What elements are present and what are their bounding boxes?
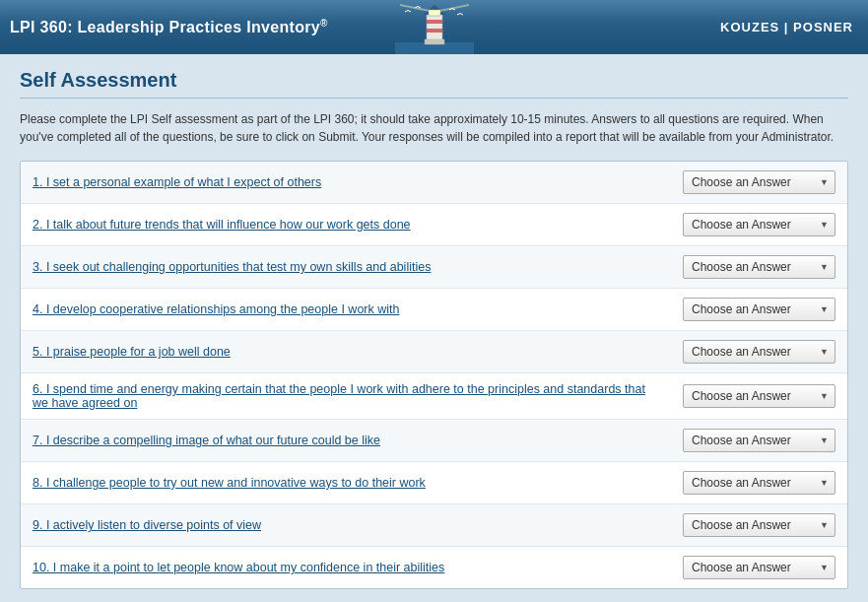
table-row: 4. I develop cooperative relationships a… <box>21 289 847 331</box>
answer-select-wrapper: Choose an Answer1 - Almost Never2 - Rare… <box>683 513 835 537</box>
page-title: Self Assessment <box>20 69 848 99</box>
table-row: 6. I spend time and energy making certai… <box>21 373 847 420</box>
question-text: 5. I praise people for a job well done <box>33 345 683 359</box>
answer-select-wrapper: Choose an Answer1 - Almost Never2 - Rare… <box>683 170 835 194</box>
answer-select[interactable]: Choose an Answer1 - Almost Never2 - Rare… <box>683 298 835 321</box>
answer-select[interactable]: Choose an Answer1 - Almost Never2 - Rare… <box>683 471 835 495</box>
question-text: 2. I talk about future trends that will … <box>33 218 683 232</box>
svg-rect-8 <box>425 39 444 44</box>
answer-select[interactable]: Choose an Answer1 - Almost Never2 - Rare… <box>683 429 835 452</box>
app-header: LPI 360: Leadership Practices Inventory® <box>0 0 868 54</box>
table-row: 3. I seek out challenging opportunities … <box>21 246 847 289</box>
answer-select[interactable]: Choose an Answer1 - Almost Never2 - Rare… <box>683 213 835 236</box>
table-row: 2. I talk about future trends that will … <box>21 204 847 246</box>
answer-select-wrapper: Choose an Answer1 - Almost Never2 - Rare… <box>683 340 835 364</box>
main-content: Self Assessment Please complete the LPI … <box>0 54 868 602</box>
question-text: 1. I set a personal example of what I ex… <box>33 175 683 189</box>
answer-select[interactable]: Choose an Answer1 - Almost Never2 - Rare… <box>683 384 835 408</box>
svg-rect-2 <box>427 29 442 33</box>
brand-name: KOUZES | POSNER <box>720 20 853 34</box>
question-text: 7. I describe a compelling image of what… <box>33 434 683 447</box>
table-row: 8. I challenge people to try out new and… <box>21 462 847 504</box>
answer-select-wrapper: Choose an Answer1 - Almost Never2 - Rare… <box>683 298 835 321</box>
answer-select[interactable]: Choose an Answer1 - Almost Never2 - Rare… <box>683 556 835 579</box>
answer-select-wrapper: Choose an Answer1 - Almost Never2 - Rare… <box>683 213 835 236</box>
app-title: LPI 360: Leadership Practices Inventory® <box>10 18 328 36</box>
table-row: 10. I make it a point to let people know… <box>21 547 847 588</box>
answer-select-wrapper: Choose an Answer1 - Almost Never2 - Rare… <box>683 255 835 279</box>
answer-select-wrapper: Choose an Answer1 - Almost Never2 - Rare… <box>683 471 835 495</box>
svg-line-6 <box>434 5 469 12</box>
answer-select[interactable]: Choose an Answer1 - Almost Never2 - Rare… <box>683 255 835 279</box>
answer-select-wrapper: Choose an Answer1 - Almost Never2 - Rare… <box>683 384 835 408</box>
lighthouse-icon <box>395 0 474 54</box>
question-text: 8. I challenge people to try out new and… <box>33 476 683 490</box>
answer-select-wrapper: Choose an Answer1 - Almost Never2 - Rare… <box>683 429 835 452</box>
answer-select[interactable]: Choose an Answer1 - Almost Never2 - Rare… <box>683 513 835 537</box>
table-row: 7. I describe a compelling image of what… <box>21 420 847 462</box>
question-text: 10. I make it a point to let people know… <box>33 561 683 574</box>
answer-select[interactable]: Choose an Answer1 - Almost Never2 - Rare… <box>683 340 835 364</box>
table-row: 1. I set a personal example of what I ex… <box>21 162 847 204</box>
question-text: 4. I develop cooperative relationships a… <box>33 302 683 316</box>
question-text: 6. I spend time and energy making certai… <box>33 382 683 410</box>
instructions-text: Please complete the LPI Self assessment … <box>20 110 848 146</box>
questions-list: 1. I set a personal example of what I ex… <box>20 161 848 589</box>
header-logo: LPI 360: Leadership Practices Inventory® <box>10 18 328 36</box>
answer-select-wrapper: Choose an Answer1 - Almost Never2 - Rare… <box>683 556 835 579</box>
question-text: 9. I actively listen to diverse points o… <box>33 518 683 532</box>
table-row: 5. I praise people for a job well doneCh… <box>21 331 847 373</box>
table-row: 9. I actively listen to diverse points o… <box>21 504 847 547</box>
answer-select[interactable]: Choose an Answer1 - Almost Never2 - Rare… <box>683 170 835 194</box>
question-text: 3. I seek out challenging opportunities … <box>33 260 683 274</box>
svg-rect-1 <box>427 20 442 24</box>
